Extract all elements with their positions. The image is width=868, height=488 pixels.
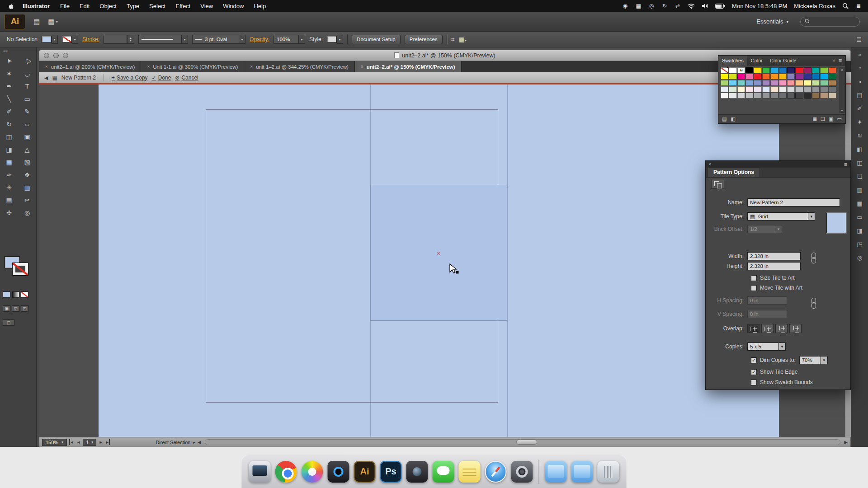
artboards-panel-icon[interactable]: ▭ <box>854 212 865 222</box>
swatch[interactable] <box>820 67 828 73</box>
save-a-copy-button[interactable]: +Save a Copy <box>112 75 148 81</box>
hand-tool[interactable]: ✣ <box>2 206 16 219</box>
rotate-tool[interactable]: ↻ <box>2 118 16 130</box>
document-tab[interactable]: ×unit 1–2.ai @ 344.25% (CMYK/Preview) <box>244 61 355 72</box>
style-swatch[interactable] <box>327 36 337 43</box>
tab-color[interactable]: Color <box>747 56 766 66</box>
minimize-window-button[interactable] <box>53 53 59 58</box>
menubar-app-name[interactable]: Illustrator <box>17 3 55 9</box>
zoom-tool[interactable]: ◎ <box>20 206 34 219</box>
column-graph-tool[interactable]: ▥ <box>20 181 34 193</box>
swatch[interactable] <box>754 67 761 73</box>
stroke-color-chip[interactable] <box>13 263 28 275</box>
swatch[interactable] <box>829 67 836 73</box>
swatch[interactable] <box>754 86 761 92</box>
previous-artboard-button[interactable]: ◂ <box>76 439 81 445</box>
panel-menu-icon[interactable]: ≣ <box>839 58 842 63</box>
horizontal-scroll-thumb[interactable] <box>516 440 537 445</box>
transparency-panel-icon[interactable]: ◫ <box>854 158 865 168</box>
dim-copies-field[interactable]: 70% <box>799 356 821 364</box>
stroke-panel-icon[interactable]: ≋ <box>854 131 865 141</box>
swatch[interactable] <box>779 86 787 92</box>
messages-dock-icon[interactable] <box>433 461 454 483</box>
swatch[interactable] <box>795 86 803 92</box>
stroke-panel-link[interactable]: Stroke: <box>82 36 99 42</box>
paintbrush-tool[interactable]: ✐ <box>2 105 16 117</box>
arrange-documents-icon[interactable]: ▦▾ <box>48 18 58 26</box>
free-transform-tool[interactable]: ▣ <box>20 131 34 143</box>
close-panel-icon[interactable]: × <box>708 162 711 167</box>
volume-icon[interactable] <box>702 3 708 9</box>
swatch[interactable] <box>762 86 770 92</box>
swatch[interactable] <box>820 80 828 86</box>
swatch[interactable] <box>745 74 753 80</box>
stroke-weight-field[interactable] <box>104 35 127 44</box>
menu-file[interactable]: File <box>55 3 75 9</box>
close-tab-icon[interactable]: × <box>250 64 253 69</box>
layers-panel-icon[interactable]: ▦ <box>854 199 865 208</box>
swatch[interactable] <box>762 74 770 80</box>
swatch[interactable] <box>729 86 736 92</box>
swatch[interactable] <box>721 86 728 92</box>
menu-object[interactable]: Object <box>94 3 122 9</box>
pattern-name-field[interactable]: New Pattern 2 <box>747 198 840 206</box>
eyedropper-tool[interactable]: ✑ <box>2 169 16 181</box>
first-artboard-button[interactable]: ◂ <box>69 439 74 445</box>
swatch[interactable]: ⊕ <box>737 67 745 73</box>
size-tile-checkbox[interactable] <box>751 275 757 281</box>
dim-copies-checkbox[interactable]: ✓ <box>751 357 757 363</box>
menu-edit[interactable]: Edit <box>75 3 94 9</box>
swatch[interactable] <box>770 74 778 80</box>
swatch[interactable] <box>754 80 761 86</box>
close-window-button[interactable] <box>44 53 49 58</box>
scale-tool[interactable]: ▱ <box>20 118 34 130</box>
zoom-level-control[interactable]: 150% ▾ <box>42 439 67 446</box>
stroke-weight-control[interactable]: ▲▼ <box>104 35 134 44</box>
draw-normal-icon[interactable]: ▣ <box>3 305 10 312</box>
close-tab-icon[interactable]: × <box>45 64 48 69</box>
swatch-kinds-icon[interactable]: ◧ <box>731 116 735 122</box>
lasso-tool[interactable]: ◡ <box>20 67 34 80</box>
width-tool[interactable]: ◫ <box>2 131 16 143</box>
screen-mode-icon[interactable]: ▢ <box>3 319 14 326</box>
color-panel-icon[interactable]: ◔ <box>854 63 865 73</box>
screen-record-icon[interactable]: ◉ <box>622 3 628 9</box>
overlap-left-in-front-icon[interactable] <box>747 324 760 333</box>
swatch[interactable] <box>737 93 745 99</box>
safari-dock-icon[interactable] <box>485 461 507 483</box>
swatch[interactable] <box>745 67 753 73</box>
menu-type[interactable]: Type <box>122 3 144 9</box>
swatch[interactable] <box>829 93 836 99</box>
draw-inside-icon[interactable]: ◰ <box>21 305 28 312</box>
overlap-top-in-front-icon[interactable] <box>775 324 788 333</box>
swatch[interactable] <box>804 67 811 73</box>
graphic-styles-panel-icon[interactable]: ▥ <box>854 185 865 195</box>
swatch[interactable] <box>779 74 787 80</box>
swatch[interactable] <box>812 67 820 73</box>
color-guide-panel-icon[interactable]: ◑ <box>854 77 865 86</box>
downloads-folder-dock-icon[interactable] <box>571 461 593 483</box>
done-button[interactable]: ✓Done <box>152 75 171 81</box>
overlap-right-in-front-icon[interactable] <box>761 324 774 333</box>
show-swatch-bounds-checkbox[interactable] <box>751 380 757 385</box>
swatch[interactable] <box>820 93 828 99</box>
move-tile-checkbox[interactable] <box>751 285 757 291</box>
spotlight-icon[interactable] <box>842 3 849 9</box>
exit-pattern-mode-icon[interactable]: ◀ <box>44 75 48 81</box>
shape-builder-tool[interactable]: ◨ <box>2 143 16 155</box>
chevron-down-icon[interactable]: ▾ <box>52 35 58 44</box>
appearance-panel-icon[interactable]: ❏ <box>854 172 865 181</box>
selection-tool[interactable]: ➤ <box>2 55 16 67</box>
swatch[interactable] <box>787 80 795 86</box>
draw-behind-icon[interactable]: ◱ <box>12 305 19 312</box>
gradient-button[interactable] <box>12 291 19 298</box>
scroll-right-icon[interactable]: ▶ <box>844 440 848 445</box>
swatch[interactable] <box>812 74 820 80</box>
chevron-down-icon[interactable]: ▼ <box>779 343 786 351</box>
media-player-dock-icon[interactable] <box>328 461 349 483</box>
links-panel-icon[interactable]: ◳ <box>854 239 865 249</box>
swatch[interactable] <box>829 80 836 86</box>
close-tab-icon[interactable]: × <box>147 64 150 69</box>
swatch[interactable] <box>812 86 820 92</box>
chrome-dock-icon[interactable] <box>275 461 297 483</box>
